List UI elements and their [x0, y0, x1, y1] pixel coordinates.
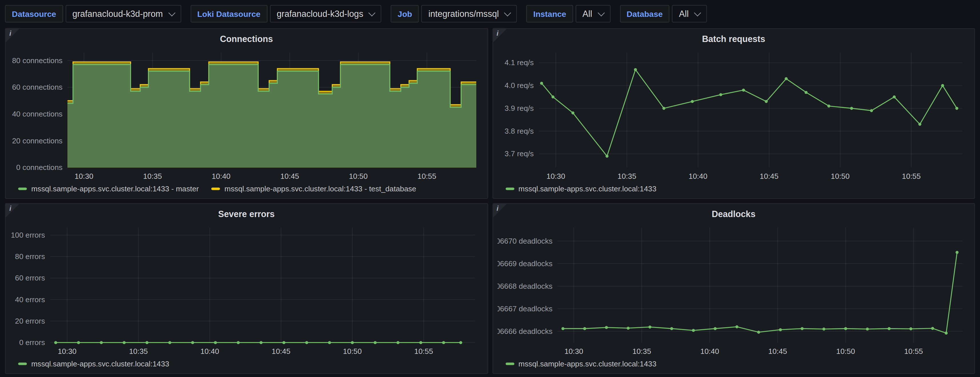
- chart-batch-requests: 4.1 req/s4.0 req/s3.9 req/s3.8 req/s3.7 …: [498, 48, 970, 184]
- legend: mssql.sample-apps.svc.cluster.local:1433: [493, 359, 974, 368]
- panel-title[interactable]: Severe errors: [6, 204, 487, 223]
- panel-info-corner[interactable]: [6, 29, 19, 43]
- svg-text:20 connections: 20 connections: [12, 137, 63, 145]
- panel-grid: i Connections 80 connections60 connectio…: [5, 28, 975, 374]
- svg-text:0 connections: 0 connections: [16, 163, 62, 172]
- svg-text:0.06669 deadlocks: 0.06669 deadlocks: [498, 259, 552, 268]
- legend: mssql.sample-apps.svc.cluster.local:1433: [493, 184, 974, 193]
- chevron-down-icon: [694, 10, 701, 17]
- svg-text:10:40: 10:40: [700, 347, 719, 356]
- legend-swatch: [506, 188, 514, 190]
- svg-text:60 errors: 60 errors: [15, 274, 45, 282]
- variable-group-job: Job integrations/mssql: [391, 5, 517, 22]
- chevron-down-icon: [597, 10, 605, 17]
- legend-label: mssql.sample-apps.svc.cluster.local:1433…: [31, 185, 199, 193]
- panel-severe-errors: i Severe errors 100 errors80 errors60 er…: [5, 203, 488, 374]
- legend-item[interactable]: mssql.sample-apps.svc.cluster.local:1433: [506, 185, 657, 193]
- svg-text:10:50: 10:50: [349, 172, 368, 180]
- legend-swatch: [18, 363, 27, 365]
- svg-text:10:50: 10:50: [830, 172, 850, 180]
- svg-text:80 connections: 80 connections: [12, 56, 63, 65]
- panel-info-corner[interactable]: [6, 204, 19, 218]
- legend: mssql.sample-apps.svc.cluster.local:1433: [6, 359, 487, 368]
- legend: mssql.sample-apps.svc.cluster.local:1433…: [6, 184, 487, 193]
- variable-select-loki-datasource[interactable]: grafanacloud-k3d-logs: [270, 5, 382, 22]
- svg-text:10:50: 10:50: [343, 347, 362, 356]
- variable-select-job-value: integrations/mssql: [428, 9, 499, 19]
- variable-select-instance-value: All: [582, 9, 592, 19]
- variable-label-datasource: Datasource: [5, 5, 63, 22]
- legend-swatch: [506, 363, 514, 365]
- svg-text:20 errors: 20 errors: [15, 317, 45, 325]
- svg-text:4.1 req/s: 4.1 req/s: [504, 58, 534, 67]
- variable-bar: Datasource grafanacloud-k3d-prom Loki Da…: [0, 0, 980, 28]
- svg-text:10:55: 10:55: [902, 172, 921, 180]
- variable-label-loki-datasource: Loki Datasource: [191, 5, 267, 22]
- legend-item[interactable]: mssql.sample-apps.svc.cluster.local:1433…: [211, 185, 416, 193]
- legend-swatch: [18, 188, 27, 190]
- info-icon: i: [496, 205, 499, 212]
- grafana-dashboard: Datasource grafanacloud-k3d-prom Loki Da…: [0, 0, 980, 377]
- panel-title[interactable]: Connections: [6, 29, 487, 48]
- svg-text:80 errors: 80 errors: [15, 252, 45, 261]
- svg-text:10:45: 10:45: [280, 172, 299, 180]
- panel-info-corner[interactable]: [493, 204, 507, 218]
- svg-text:10:45: 10:45: [768, 347, 787, 356]
- svg-text:0 errors: 0 errors: [19, 338, 45, 347]
- variable-group-datasource: Datasource grafanacloud-k3d-prom: [5, 5, 181, 22]
- chevron-down-icon: [368, 10, 375, 17]
- svg-text:60 connections: 60 connections: [12, 83, 63, 91]
- variable-select-datasource[interactable]: grafanacloud-k3d-prom: [65, 5, 181, 22]
- svg-text:40 connections: 40 connections: [12, 110, 63, 118]
- variable-label-database: Database: [620, 5, 670, 22]
- svg-text:0.06667 deadlocks: 0.06667 deadlocks: [498, 304, 552, 313]
- panel-batch-requests: i Batch requests 4.1 req/s4.0 req/s3.9 r…: [492, 28, 975, 199]
- variable-select-database-value: All: [679, 9, 689, 19]
- svg-text:0.06668 deadlocks: 0.06668 deadlocks: [498, 282, 552, 291]
- svg-text:10:45: 10:45: [272, 347, 291, 356]
- chevron-down-icon: [168, 10, 175, 17]
- legend-label: mssql.sample-apps.svc.cluster.local:1433: [31, 360, 169, 368]
- legend-swatch: [211, 188, 220, 190]
- panel-title[interactable]: Deadlocks: [493, 204, 974, 223]
- panel-info-corner[interactable]: [493, 29, 507, 43]
- legend-item[interactable]: mssql.sample-apps.svc.cluster.local:1433: [506, 360, 657, 368]
- svg-text:100 errors: 100 errors: [11, 231, 45, 239]
- svg-text:10:35: 10:35: [617, 172, 636, 180]
- variable-group-database: Database All: [620, 5, 707, 22]
- svg-text:10:35: 10:35: [632, 347, 651, 356]
- chart-connections: 80 connections60 connections40 connectio…: [10, 48, 483, 184]
- svg-text:10:55: 10:55: [418, 172, 437, 180]
- legend-item[interactable]: mssql.sample-apps.svc.cluster.local:1433: [18, 360, 169, 368]
- svg-text:40 errors: 40 errors: [15, 295, 45, 304]
- svg-text:10:45: 10:45: [760, 172, 778, 180]
- svg-text:10:30: 10:30: [58, 347, 77, 356]
- svg-text:10:40: 10:40: [200, 347, 219, 356]
- variable-select-datasource-value: grafanacloud-k3d-prom: [72, 9, 163, 19]
- svg-text:3.8 req/s: 3.8 req/s: [504, 127, 534, 135]
- svg-text:10:55: 10:55: [904, 347, 923, 356]
- variable-select-job[interactable]: integrations/mssql: [422, 5, 517, 22]
- variable-group-instance: Instance All: [526, 5, 610, 22]
- svg-text:10:55: 10:55: [414, 347, 433, 356]
- variable-select-instance[interactable]: All: [576, 5, 611, 22]
- svg-text:10:40: 10:40: [212, 172, 231, 180]
- svg-text:10:35: 10:35: [129, 347, 148, 356]
- svg-text:10:35: 10:35: [143, 172, 162, 180]
- info-icon: i: [10, 205, 11, 212]
- legend-label: mssql.sample-apps.svc.cluster.local:1433…: [224, 185, 416, 193]
- variable-group-loki-datasource: Loki Datasource grafanacloud-k3d-logs: [191, 5, 382, 22]
- svg-text:10:50: 10:50: [836, 347, 855, 356]
- svg-text:10:30: 10:30: [564, 347, 583, 356]
- legend-label: mssql.sample-apps.svc.cluster.local:1433: [519, 185, 657, 193]
- legend-label: mssql.sample-apps.svc.cluster.local:1433: [519, 360, 657, 368]
- chevron-down-icon: [504, 10, 511, 17]
- chart-severe-errors: 100 errors80 errors60 errors40 errors20 …: [10, 223, 483, 359]
- variable-label-job: Job: [391, 5, 419, 22]
- svg-text:10:40: 10:40: [689, 172, 707, 180]
- legend-item[interactable]: mssql.sample-apps.svc.cluster.local:1433…: [18, 185, 199, 193]
- svg-text:10:30: 10:30: [546, 172, 565, 180]
- info-icon: i: [496, 29, 499, 37]
- variable-select-database[interactable]: All: [672, 5, 707, 22]
- panel-title[interactable]: Batch requests: [493, 29, 974, 48]
